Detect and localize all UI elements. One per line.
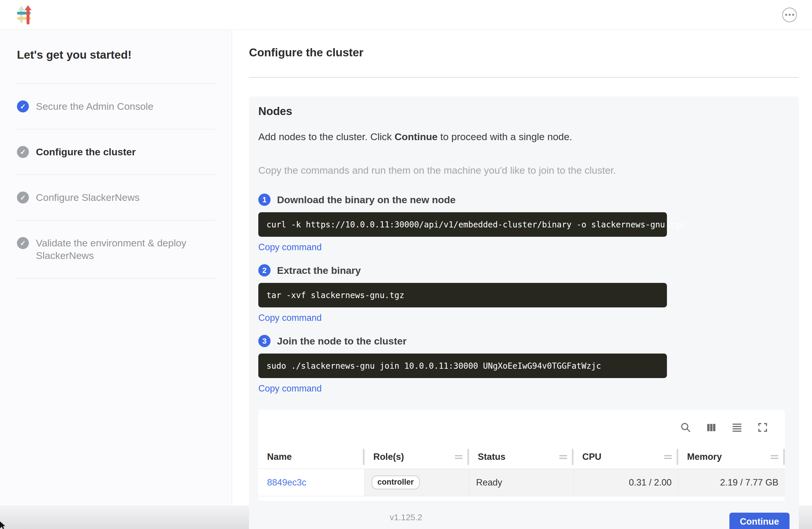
nodes-intro: Add nodes to the cluster. Click Continue… [258,131,789,142]
more-menu-button[interactable] [782,8,797,22]
top-header [0,0,812,30]
sidebar-item-label: Configure the cluster [36,146,136,158]
setup-steps-nav: ✓ Secure the Admin Console ✓ Configure t… [17,84,215,278]
node-name-link[interactable]: 8849ec3c [267,477,306,488]
check-circle-complete-icon: ✓ [17,100,29,112]
card-actions: Continue [258,513,789,529]
node-memory-cell: 2.19 / 7.77 GB [678,469,785,496]
sidebar-item-configure-slackernews[interactable]: ✓ Configure SlackerNews [17,175,215,220]
step-3-badge: 3 [258,335,271,347]
column-menu-icon[interactable] [771,454,779,460]
sidebar-title: Let's get you started! [17,30,215,84]
column-header-cpu[interactable]: CPU [574,445,678,469]
columns-icon[interactable] [706,421,717,433]
step-1-header: 1 Download the binary on the new node [258,194,789,206]
step-3-command-code: sudo ./slackernews-gnu join 10.0.0.11:30… [258,354,667,378]
step-1-badge: 1 [258,194,271,206]
check-circle-pending-icon: ✓ [17,146,29,158]
search-icon[interactable] [680,421,692,433]
sidebar-item-label: Secure the Admin Console [36,100,154,113]
sidebar-item-label: Validate the environment & deploy Slacke… [36,237,215,262]
sidebar-item-configure-cluster[interactable]: ✓ Configure the cluster [17,129,215,175]
node-roles-cell: controller [365,469,469,496]
step-3-header: 3 Join the node to the cluster [258,335,789,347]
table-toolbar [258,410,785,445]
sidebar-item-label: Configure SlackerNews [36,191,140,204]
column-menu-icon[interactable] [455,454,463,460]
step-2-copy-command-link[interactable]: Copy command [258,313,322,323]
step-1-copy-command-link[interactable]: Copy command [258,242,322,253]
column-header-status[interactable]: Status [469,445,574,469]
density-icon[interactable] [731,421,743,433]
node-name-cell: 8849ec3c [258,469,365,496]
step-3-copy-command-link[interactable]: Copy command [258,383,322,394]
column-header-name[interactable]: Name [258,445,365,469]
nodes-card: Nodes Add nodes to the cluster. Click Co… [249,96,799,529]
nodes-instructions: Copy the commands and run them on the ma… [258,165,789,176]
column-header-roles[interactable]: Role(s) [365,445,469,469]
table-header-row: Name Role(s) Status CPU [258,445,785,469]
step-3-title: Join the node to the cluster [277,335,407,347]
page-title: Configure the cluster [249,46,799,59]
ellipsis-icon [785,14,787,16]
main-content: Configure the cluster Nodes Add nodes to… [232,30,812,506]
setup-sidebar: Let's get you started! ✓ Secure the Admi… [0,30,232,506]
node-status-cell: Ready [469,469,574,496]
table-row: 8849ec3c controller Ready 0.31 / 2.00 2.… [258,469,785,496]
step-2-command-code: tar -xvf slackernews-gnu.tgz [258,283,667,308]
role-chip: controller [372,475,420,489]
step-2-title: Extract the binary [277,265,361,276]
title-divider [249,77,799,78]
sidebar-item-secure-admin-console[interactable]: ✓ Secure the Admin Console [17,84,215,129]
slackernews-logo-icon [17,5,34,25]
version-label: v1.125.2 [390,513,422,522]
step-2-badge: 2 [258,264,271,276]
column-menu-icon[interactable] [559,454,567,460]
nodes-heading: Nodes [258,105,789,118]
mouse-cursor-icon [0,521,6,529]
fullscreen-icon[interactable] [757,421,769,433]
step-2-header: 2 Extract the binary [258,264,789,276]
continue-button[interactable]: Continue [729,513,789,529]
column-menu-icon[interactable] [664,454,672,460]
node-cpu-cell: 0.31 / 2.00 [574,469,678,496]
column-header-memory[interactable]: Memory [678,445,785,469]
check-circle-pending-icon: ✓ [17,237,29,249]
step-1-title: Download the binary on the new node [277,194,455,205]
sidebar-item-validate-deploy[interactable]: ✓ Validate the environment & deploy Slac… [17,220,215,278]
check-circle-pending-icon: ✓ [17,191,29,203]
step-1-command-code: curl -k https://10.0.0.11:30000/api/v1/e… [258,212,667,237]
column-separator[interactable] [783,449,785,465]
nodes-table: Name Role(s) Status CPU [258,410,785,501]
